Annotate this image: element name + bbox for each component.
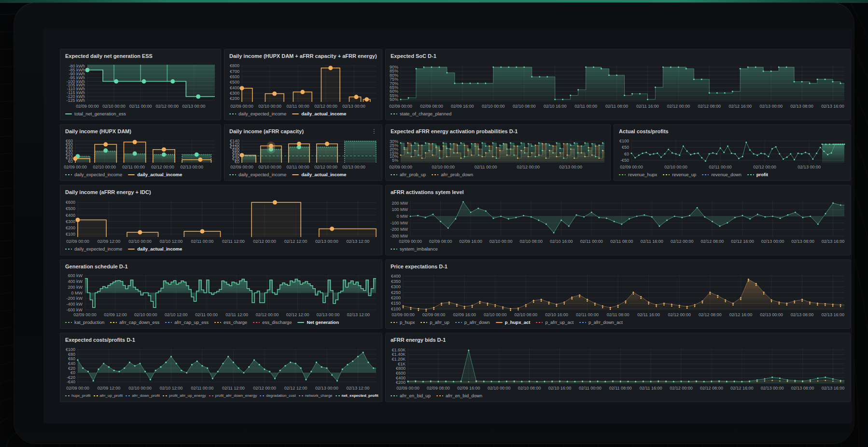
legend-item[interactable]: revenue_up: [663, 172, 696, 177]
legend-item[interactable]: revenue_down: [702, 172, 741, 177]
legend-item[interactable]: state_of_charge_planned: [391, 111, 451, 116]
legend-swatch: [128, 174, 135, 175]
legend-item[interactable]: ess_charge: [214, 320, 247, 325]
panel-title[interactable]: Exepected costs/profits D-1: [65, 337, 135, 343]
chart-canvas[interactable]: 30%25%20%15%10%5%02/09 00:0002/10 00:000…: [388, 137, 608, 170]
legend-item[interactable]: daily_actual_income: [128, 246, 182, 251]
svg-text:0 MW: 0 MW: [397, 214, 408, 219]
chart-canvas[interactable]: 600 kW400 kW200 kW0 MW-200 kW-400 kW-600…: [62, 272, 380, 318]
svg-text:€100: €100: [391, 307, 401, 311]
kebab-menu-icon[interactable]: ⋮: [371, 129, 377, 134]
legend-swatch: [292, 113, 299, 114]
legend-item[interactable]: Net generation: [297, 320, 339, 325]
panel-title[interactable]: Expected SoC D-1: [391, 53, 436, 59]
panel-title[interactable]: Daily income (aFRR energy + IDC): [65, 189, 151, 195]
svg-text:02/09 00:00: 02/09 00:00: [73, 312, 97, 317]
legend-item[interactable]: profit: [747, 172, 768, 177]
panel-title[interactable]: Actual costs/profits: [619, 128, 669, 134]
legend-item[interactable]: p_hupx_act: [496, 320, 531, 325]
svg-text:02/09 08:00: 02/09 08:00: [429, 239, 452, 244]
legend-item[interactable]: system_imbalance: [391, 246, 438, 251]
svg-text:02/12 00:00: 02/12 00:00: [517, 165, 540, 169]
legend-item[interactable]: profit_afrr_up_energy: [163, 393, 206, 398]
svg-text:02/11 08:00: 02/11 08:00: [610, 239, 633, 244]
legend-item[interactable]: p_afrr_up_act: [536, 320, 574, 325]
legend-item[interactable]: daily_expected_income: [65, 172, 122, 177]
legend-item[interactable]: afrr_cap_up_ess: [165, 320, 209, 325]
panel-title[interactable]: aFRR activations sytem level: [391, 189, 464, 195]
legend-item[interactable]: profit_afrr_down_energy: [209, 393, 257, 398]
legend-item[interactable]: daily_actual_income: [292, 172, 346, 177]
legend-item[interactable]: ess_discharge: [253, 320, 292, 325]
svg-text:€400: €400: [391, 274, 401, 279]
legend-label: revenue_hupx: [628, 172, 657, 177]
legend-swatch: [391, 249, 397, 250]
legend-item[interactable]: daily_actual_income: [128, 172, 182, 177]
svg-text:€40: €40: [68, 361, 75, 366]
chart-canvas[interactable]: €800€700€600€500€400€300€20002/09 00:000…: [226, 61, 380, 110]
svg-text:02/09 00:00: 02/09 00:00: [392, 312, 415, 317]
legend-item[interactable]: total_net_generation_ess: [65, 111, 126, 116]
chart-canvas[interactable]: €60€50€40€30€20€10€002/09 00:0002/10 00:…: [62, 137, 219, 170]
legend-item[interactable]: p_afrr_down: [455, 320, 490, 325]
legend-item[interactable]: daily_expected_income: [229, 111, 286, 116]
panel-title[interactable]: Daily income (aFRR capacity): [229, 128, 304, 134]
svg-text:02/12 16:00: 02/12 16:00: [729, 312, 753, 317]
panel-net-gen-ess: Expected daily net generation ESS ⋮ -80 …: [60, 49, 221, 120]
legend-item[interactable]: network_charge: [299, 393, 333, 398]
svg-text:€1.20K: €1.20K: [392, 357, 406, 362]
legend-item[interactable]: afrr_prob_down: [432, 172, 473, 177]
legend-item[interactable]: afrr_cap_down_ess: [110, 320, 159, 325]
svg-text:-400 kW: -400 kW: [66, 302, 83, 307]
panel-title[interactable]: Expected daily net generation ESS: [65, 53, 153, 59]
legend-item[interactable]: afrr_en_bid_down: [436, 393, 482, 398]
svg-text:02/12 00:00: 02/12 00:00: [151, 165, 174, 169]
legend-item[interactable]: afrr_down_profit: [126, 393, 160, 398]
legend-item[interactable]: hupx_profit: [65, 393, 91, 398]
svg-text:02/10 00:00: 02/10 00:00: [102, 104, 126, 109]
svg-text:200 kW: 200 kW: [68, 285, 83, 290]
chart-canvas[interactable]: €140€120€100€80€60€40€20€002/09 00:0002/…: [226, 137, 380, 170]
legend-item[interactable]: kat_production: [65, 320, 104, 325]
legend-item[interactable]: p_hupx: [391, 320, 415, 325]
chart-canvas[interactable]: €600€500€400€300€200€10002/09 00:0002/09…: [62, 197, 380, 245]
legend-item[interactable]: p_afrr_up: [420, 320, 449, 325]
svg-text:€0: €0: [624, 152, 629, 156]
chart-canvas[interactable]: -80 kWh-85 kWh-90 kWh-95 kWh-100 kWh-105…: [62, 61, 219, 110]
chart-canvas[interactable]: €100€50€0-€5002/09 00:0002/10 00:0002/11…: [616, 137, 848, 170]
svg-text:02/12 08:00: 02/12 08:00: [700, 386, 723, 391]
svg-text:02/09 16:00: 02/09 16:00: [453, 312, 476, 317]
svg-text:5%: 5%: [392, 158, 398, 163]
legend-label: daily_actual_income: [137, 172, 182, 177]
panel-title[interactable]: Expected aFRR energy activation probabil…: [391, 128, 518, 134]
chart-canvas[interactable]: €100€80€60€40€20€0-€20-€4002/09 00:0002/…: [62, 345, 380, 391]
chart-canvas[interactable]: €1.60K€1.40K€1.20K€1K€800€600€400€20002/…: [388, 345, 848, 391]
svg-text:02/10 00:00: 02/10 00:00: [432, 165, 455, 169]
legend-label: afrr_prob_down: [441, 172, 473, 177]
panel-header: aFRR activations sytem level ⋮: [386, 185, 850, 197]
legend-item[interactable]: p_afrr_down_act: [579, 320, 623, 325]
panel-title[interactable]: aFRR energy bids D-1: [391, 337, 446, 343]
panel-title[interactable]: Price expectations D-1: [391, 264, 448, 269]
chart-canvas[interactable]: €400€350€300€250€200€150€10002/09 00:000…: [388, 272, 848, 318]
panel-title[interactable]: Daily income (HUPX DAM): [65, 128, 131, 134]
svg-text:02/13 00:00: 02/13 00:00: [317, 312, 340, 317]
svg-text:02/11 00:00: 02/11 00:00: [195, 312, 218, 317]
legend-item[interactable]: daily_actual_income: [292, 111, 346, 116]
panel-title[interactable]: Generation schedule D-1: [65, 264, 128, 269]
legend-item[interactable]: daily_expected_income: [229, 172, 286, 177]
svg-text:02/10 16:00: 02/10 16:00: [545, 312, 568, 317]
legend-item[interactable]: afrr_en_bid_up: [391, 393, 431, 398]
chart-canvas[interactable]: 90%85%80%75%70%65%60%55%50%02/09 00:0002…: [388, 61, 848, 110]
legend-swatch: [336, 395, 340, 396]
panel-title[interactable]: Daily income (HUPX DAM + aFRR capacity +…: [229, 53, 377, 59]
chart-canvas[interactable]: 200 MW100 MW0 MW-100 MW-200 MW-300 MW02/…: [388, 197, 848, 245]
legend-item[interactable]: afrr_prob_up: [391, 172, 426, 177]
legend-item[interactable]: degradation_cost: [260, 393, 295, 398]
legend-item[interactable]: daily_expected_income: [65, 246, 122, 251]
svg-text:02/11 00:00: 02/11 00:00: [709, 165, 732, 169]
legend-item[interactable]: net_expected_profit: [336, 393, 378, 398]
legend-item[interactable]: afrr_up_profit: [94, 393, 123, 398]
legend-item[interactable]: revenue_hupx: [619, 172, 657, 177]
svg-text:02/10 00:00: 02/10 00:00: [258, 104, 281, 109]
